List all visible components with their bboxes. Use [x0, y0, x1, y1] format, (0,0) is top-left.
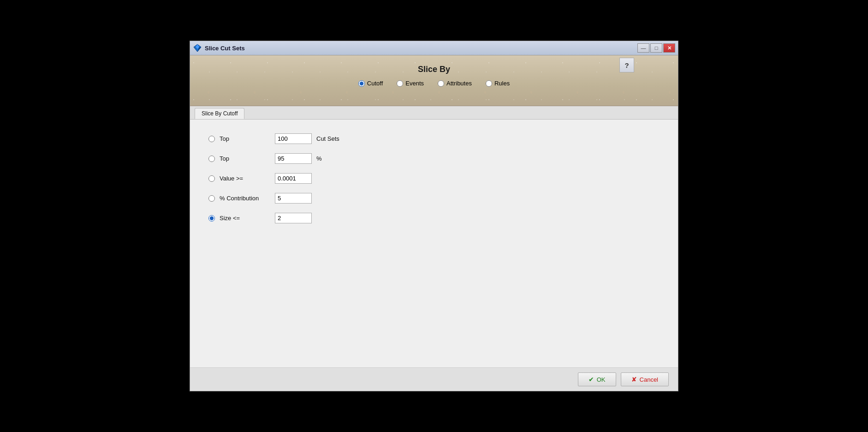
ok-label: OK: [597, 376, 606, 383]
form-row-pct-contribution: % Contribution: [208, 193, 660, 204]
radio-attributes[interactable]: [438, 80, 444, 87]
cancel-label: Cancel: [640, 376, 658, 383]
radio-option-cutoff[interactable]: Cutoff: [358, 80, 383, 87]
radio-rules[interactable]: [486, 80, 492, 87]
radio-size-lte[interactable]: [208, 215, 215, 222]
label-value-gte: Value >=: [220, 175, 270, 182]
radio-option-attributes[interactable]: Attributes: [438, 80, 472, 87]
window-controls: — □ ✕: [637, 43, 675, 53]
minimize-button[interactable]: —: [637, 43, 649, 53]
input-pct-contribution[interactable]: [275, 193, 312, 204]
radio-top-cutsets[interactable]: [208, 136, 215, 142]
label-size-lte: Size <=: [220, 215, 270, 222]
close-button[interactable]: ✕: [663, 43, 675, 53]
slice-by-title: Slice By: [199, 60, 669, 80]
radio-value-gte[interactable]: [208, 175, 215, 182]
label-top-cutsets: Top: [220, 135, 270, 142]
tab-bar: Slice By Cutoff: [190, 106, 678, 120]
window-title: Slice Cut Sets: [205, 45, 245, 52]
radio-cutoff[interactable]: [358, 80, 365, 87]
form-row-top-percent: Top %: [208, 153, 660, 164]
content-area: Top Cut Sets Top % Value >= % Contributi…: [190, 120, 678, 367]
check-icon: ✔: [589, 376, 594, 383]
input-size-lte[interactable]: [275, 213, 312, 223]
title-bar: Slice Cut Sets — □ ✕: [190, 41, 678, 55]
header-area: ? Slice By Cutoff Events Attributes Rule…: [190, 55, 678, 106]
app-icon: [193, 43, 202, 53]
input-top-cutsets[interactable]: [275, 133, 312, 144]
main-window: Slice Cut Sets — □ ✕ ? Slice By Cutoff E…: [190, 41, 678, 391]
tab-slice-by-cutoff[interactable]: Slice By Cutoff: [195, 108, 244, 119]
radio-cutoff-label: Cutoff: [367, 80, 383, 87]
radio-events-label: Events: [405, 80, 424, 87]
radio-pct-contribution[interactable]: [208, 195, 215, 202]
radio-option-events[interactable]: Events: [397, 80, 424, 87]
slice-by-options: Cutoff Events Attributes Rules: [199, 80, 669, 90]
label-pct-contribution: % Contribution: [220, 195, 270, 202]
label-top-percent: Top: [220, 155, 270, 162]
radio-option-rules[interactable]: Rules: [486, 80, 510, 87]
input-value-gte[interactable]: [275, 173, 312, 184]
radio-rules-label: Rules: [494, 80, 510, 87]
suffix-top-percent: %: [316, 155, 322, 162]
suffix-top-cutsets: Cut Sets: [316, 135, 339, 142]
radio-top-percent[interactable]: [208, 156, 215, 162]
title-bar-left: Slice Cut Sets: [193, 43, 245, 53]
radio-events[interactable]: [397, 80, 403, 87]
maximize-button[interactable]: □: [650, 43, 662, 53]
radio-attributes-label: Attributes: [446, 80, 472, 87]
ok-button[interactable]: ✔ OK: [578, 372, 616, 386]
help-button[interactable]: ?: [619, 58, 634, 72]
form-row-top-cutsets: Top Cut Sets: [208, 133, 660, 144]
input-top-percent[interactable]: [275, 153, 312, 164]
form-row-size-lte: Size <=: [208, 213, 660, 223]
form-row-value-gte: Value >=: [208, 173, 660, 184]
x-icon: ✘: [631, 376, 637, 383]
cancel-button[interactable]: ✘ Cancel: [621, 372, 669, 386]
footer: ✔ OK ✘ Cancel: [190, 367, 678, 391]
